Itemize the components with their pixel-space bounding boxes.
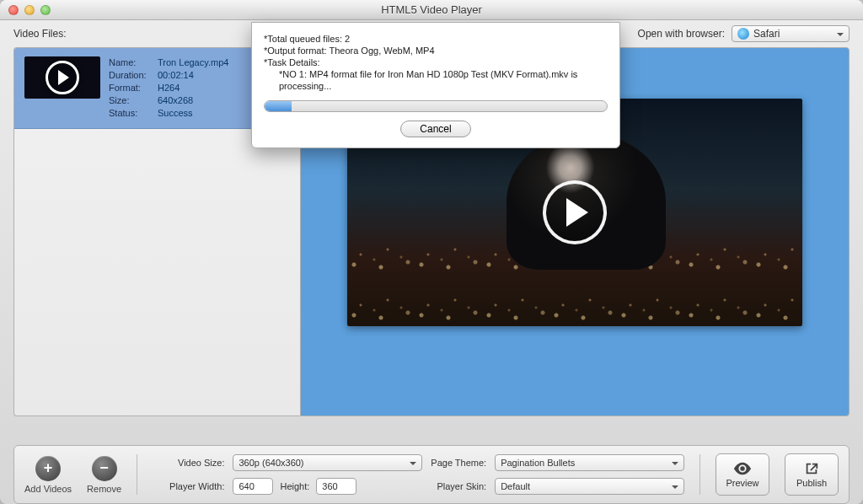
- meta-label-duration: Duration:: [109, 69, 153, 82]
- meta-value-duration: 00:02:14: [158, 69, 194, 82]
- video-thumbnail[interactable]: [24, 56, 100, 99]
- add-videos-button[interactable]: Add Videos: [24, 456, 72, 494]
- minus-icon: [92, 456, 117, 481]
- browser-select[interactable]: Safari: [732, 25, 850, 42]
- remove-button[interactable]: Remove: [87, 456, 121, 494]
- divider: [137, 454, 137, 495]
- player-width-input[interactable]: 640: [233, 478, 273, 495]
- browser-select-value: Safari: [753, 28, 780, 40]
- add-videos-label: Add Videos: [24, 484, 72, 494]
- play-icon[interactable]: [543, 180, 607, 244]
- eye-icon: [733, 461, 752, 476]
- remove-label: Remove: [87, 484, 121, 494]
- video-meta: Name:Tron Legacy.mp4 Duration:00:02:14 F…: [109, 56, 228, 120]
- divider: [700, 454, 700, 495]
- titlebar: HTML5 Video Player: [0, 0, 863, 20]
- meta-label-status: Status:: [109, 107, 153, 120]
- dialog-line-queued: *Total queued files: 2: [264, 33, 608, 45]
- meta-value-name: Tron Legacy.mp4: [158, 56, 228, 69]
- publish-button[interactable]: Publish: [785, 453, 839, 496]
- export-icon: [802, 461, 821, 476]
- app-window: HTML5 Video Player Video Files: Open wit…: [0, 0, 863, 504]
- open-with-browser-label: Open with browser:: [638, 28, 725, 40]
- preview-button[interactable]: Preview: [716, 453, 769, 496]
- player-skin-label: Player Skin:: [431, 481, 486, 491]
- browser-icon: [737, 28, 749, 40]
- meta-label-format: Format:: [109, 82, 153, 94]
- page-theme-label: Page Theme:: [431, 458, 486, 468]
- preview-button-label: Preview: [726, 478, 758, 488]
- cancel-button[interactable]: Cancel: [400, 121, 470, 137]
- bottom-toolbar: Add Videos Remove Video Size: 360p (640x…: [13, 445, 850, 504]
- dialog-line-format: *Output format: Theora Ogg, WebM, MP4: [264, 45, 608, 56]
- settings-grid: Video Size: 360p (640x360) Page Theme: P…: [169, 454, 684, 495]
- plus-icon: [35, 456, 61, 481]
- meta-value-format: H264: [158, 82, 180, 94]
- progress-dialog: *Total queued files: 2 *Output format: T…: [251, 22, 620, 148]
- progress-bar: [264, 100, 608, 112]
- player-skin-select[interactable]: Default: [495, 478, 684, 495]
- video-files-label: Video Files:: [13, 28, 66, 40]
- video-size-select[interactable]: 360p (640x360): [233, 454, 422, 471]
- meta-label-name: Name:: [109, 56, 153, 69]
- page-theme-select[interactable]: Pagination Bullets: [495, 454, 684, 471]
- dialog-line-details: *Task Details:: [264, 56, 608, 68]
- dialog-line-task: *NO 1: MP4 format file for Iron Man HD 1…: [264, 68, 608, 92]
- video-size-label: Video Size:: [169, 458, 224, 468]
- publish-button-label: Publish: [796, 478, 827, 488]
- height-label: Height:: [280, 481, 309, 491]
- window-title: HTML5 Video Player: [0, 3, 863, 16]
- player-width-label: Player Width:: [169, 481, 224, 491]
- play-icon: [46, 61, 79, 94]
- meta-value-size: 640x268: [158, 94, 193, 107]
- meta-label-size: Size:: [109, 94, 153, 107]
- meta-value-status: Success: [158, 107, 193, 120]
- player-height-input[interactable]: 360: [316, 478, 356, 495]
